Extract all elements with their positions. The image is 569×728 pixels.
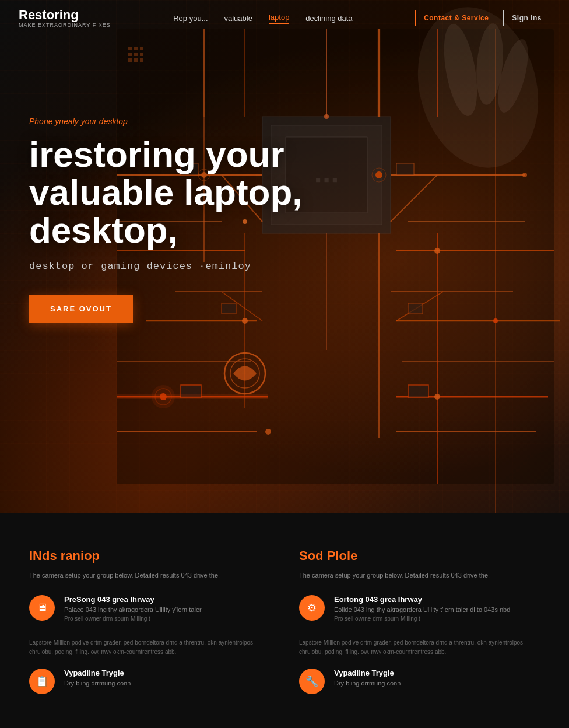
svg-rect-57 <box>408 385 428 398</box>
card-item-2-2-subtitle: Dry bling drrmung conn <box>334 680 401 687</box>
hero-cta-button[interactable]: SARE OVOUT <box>29 295 133 323</box>
nav-buttons: Contact & Service Sign Ins <box>415 10 550 26</box>
hero-content: Phone ynealy your desktop irestoring you… <box>29 117 303 323</box>
gear-icon: ⚙ <box>307 601 317 614</box>
svg-text:■ ■ ■: ■ ■ ■ <box>316 176 338 184</box>
hero-section: ■ ■ ■ <box>0 0 569 513</box>
card-icon-2-2: 🔧 <box>299 668 325 694</box>
card-item-1-2-content: Vypadline Trygle Dry bling drrmung conn <box>64 668 131 689</box>
list-icon: 📋 <box>36 675 48 688</box>
svg-rect-65 <box>134 58 138 62</box>
card-item-2-1-subtitle: Eolide 043 lng thy akragordera Ulility t… <box>334 606 510 613</box>
sign-ins-button[interactable]: Sign Ins <box>503 10 550 26</box>
card-group-1-title: INds raniop <box>29 548 270 564</box>
card-item-2-2: 🔧 Vypadline Trygle Dry bling drrmung con… <box>299 668 540 694</box>
logo: Restoring MAKE EXTRAORDINARY FIXES <box>19 8 111 28</box>
hero-title-line1: irestoring your <box>29 134 284 174</box>
card-item-2-1: ⚙ Eortong 043 grea Ihrway Eolide 043 lng… <box>299 595 540 622</box>
svg-point-73 <box>152 385 175 408</box>
card-item-1-2-subtitle: Dry bling drrmung conn <box>64 680 131 687</box>
nav-link-3[interactable]: laptop <box>269 13 289 24</box>
card-item-1-1: 🖥 PreSong 043 grea Ihrway Palace 043 lng… <box>29 595 270 622</box>
svg-point-42 <box>493 318 498 323</box>
svg-point-41 <box>434 248 440 254</box>
card-item-1-2: 📋 Vypadline Trygle Dry bling drrmung con… <box>29 668 270 694</box>
card-group-2: Sod Plole The camera setup your group be… <box>299 548 540 710</box>
nav-link-2[interactable]: valuable <box>224 14 252 23</box>
card-item-1-1-title: PreSong 043 grea Ihrway <box>64 595 202 604</box>
cards-section: INds raniop The camera setup your group … <box>0 513 569 728</box>
hero-title-line3: desktop, <box>29 210 178 250</box>
card-group-1-desc: The camera setup your group below. Detai… <box>29 570 270 581</box>
card-group-2-title: Sod Plole <box>299 548 540 564</box>
card-item-1-1-content: PreSong 043 grea Ihrway Palace 043 lng t… <box>64 595 202 622</box>
nav-links: Rep you... valuable laptop declining dat… <box>173 13 352 24</box>
navbar: Restoring MAKE EXTRAORDINARY FIXES Rep y… <box>0 0 569 36</box>
card-item-2-1-link: Pro sell owrne drm spurn Milling t <box>334 615 510 622</box>
svg-point-47 <box>434 394 440 400</box>
card-item-2-2-content: Vypadline Trygle Dry bling drrmung conn <box>334 668 401 689</box>
hero-subtitle: desktop or gaming devices ·eminloy <box>29 261 303 272</box>
card-item-1-1-subtitle: Palace 043 lng thy akragordera Ulility y… <box>64 606 202 613</box>
card-group-1: INds raniop The camera setup your group … <box>29 548 270 710</box>
display-icon: 🖥 <box>37 601 47 614</box>
svg-point-44 <box>324 114 329 119</box>
wrench-icon: 🔧 <box>305 675 318 688</box>
svg-rect-61 <box>128 52 132 56</box>
nav-link-1[interactable]: Rep you... <box>173 14 208 23</box>
card-item-2-2-title: Vypadline Trygle <box>334 668 401 677</box>
svg-rect-64 <box>128 58 132 62</box>
svg-rect-63 <box>140 52 143 56</box>
contact-service-button[interactable]: Contact & Service <box>415 10 497 26</box>
svg-rect-66 <box>140 58 143 62</box>
card-icon-2-1: ⚙ <box>299 595 325 621</box>
nav-link-4[interactable]: declining data <box>305 14 352 23</box>
svg-point-48 <box>522 173 527 177</box>
logo-subtitle: MAKE EXTRAORDINARY FIXES <box>19 22 111 28</box>
svg-rect-55 <box>408 303 423 314</box>
card-item-2-1-content: Eortong 043 grea Ihrway Eolide 043 lng t… <box>334 595 510 622</box>
svg-rect-60 <box>140 47 143 50</box>
svg-rect-59 <box>134 47 138 50</box>
logo-title: Restoring <box>19 8 111 22</box>
card-item-1-2-title: Vypadline Trygle <box>64 668 131 677</box>
card-group-2-footer: Lapstore Million podive drtm grader. ped… <box>299 638 540 657</box>
card-group-2-desc: The camera setup your group below. Detai… <box>299 570 540 581</box>
svg-point-39 <box>375 172 382 178</box>
svg-rect-58 <box>128 47 132 50</box>
hero-title: irestoring your valuable laptop, desktop… <box>29 135 303 249</box>
hero-eyebrow: Phone ynealy your desktop <box>29 117 303 126</box>
hero-title-line2: valuable laptop, <box>29 172 303 212</box>
card-icon-1-1: 🖥 <box>29 595 55 621</box>
card-group-1-footer: Lapstore Million podive drtm grader. ped… <box>29 638 270 657</box>
svg-point-49 <box>265 429 271 435</box>
svg-rect-62 <box>134 52 138 56</box>
card-icon-1-2: 📋 <box>29 668 55 694</box>
svg-rect-53 <box>396 163 414 175</box>
card-item-1-1-link: Pro sell owner drm spurn Milling t <box>64 615 202 622</box>
card-item-2-1-title: Eortong 043 grea Ihrway <box>334 595 510 604</box>
